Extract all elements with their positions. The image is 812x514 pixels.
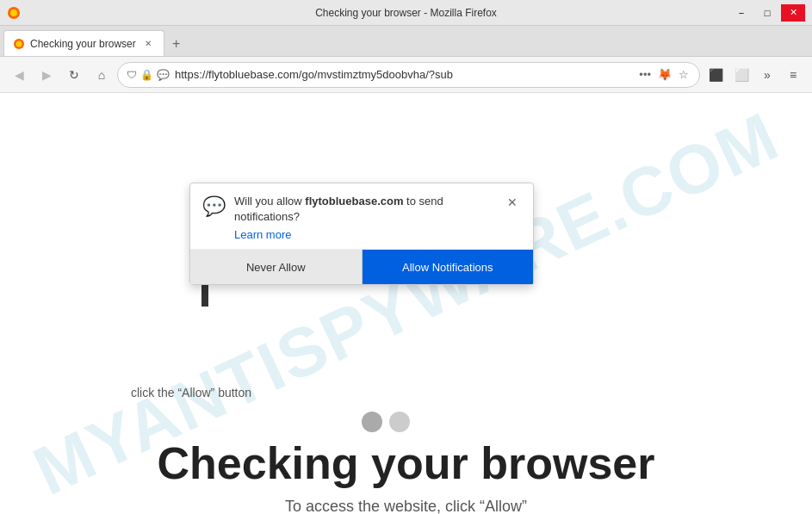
- tab-bar: Checking your browser ✕ +: [0, 26, 812, 57]
- overflow-button[interactable]: »: [755, 63, 779, 87]
- maximize-button[interactable]: □: [755, 4, 779, 22]
- firefox-logo-icon: [7, 6, 21, 20]
- sub-heading: To access the website, click “Allow”: [285, 498, 527, 514]
- sync-button[interactable]: ⬜: [729, 63, 753, 87]
- pocket-icon: 🦊: [656, 66, 673, 83]
- popup-message: Will you allow flytobluebase.com to send…: [234, 194, 495, 225]
- address-left-icons: 🛡 🔒 💬: [127, 69, 170, 81]
- popup-header: 💬 Will you allow flytobluebase.com to se…: [190, 183, 533, 250]
- nav-bar: ◀ ▶ ↻ ⌂ 🛡 🔒 💬 https://flytobluebase.com/…: [0, 57, 812, 93]
- new-tab-button[interactable]: +: [164, 32, 189, 56]
- bookmark-icon[interactable]: ☆: [677, 66, 691, 83]
- allow-notifications-button[interactable]: Allow Notifications: [363, 250, 534, 284]
- notification-icon: 💬: [157, 69, 170, 81]
- popup-message-prefix: Will you allow: [234, 195, 305, 207]
- click-instruction: click the “Allow” button: [131, 386, 251, 399]
- popup-learn-more-link[interactable]: Learn more: [234, 228, 291, 241]
- notification-popup: 💬 Will you allow flytobluebase.com to se…: [189, 183, 534, 285]
- forward-button[interactable]: ▶: [34, 63, 59, 87]
- window-controls: − □ ✕: [729, 4, 805, 22]
- dot-active: [362, 412, 382, 432]
- menu-button[interactable]: ≡: [781, 63, 805, 87]
- lock-icon: 🔒: [140, 69, 153, 81]
- tab-title: Checking your browser: [30, 38, 136, 50]
- minimize-button[interactable]: −: [729, 4, 753, 22]
- main-heading: Checking your browser: [158, 437, 655, 489]
- popup-message-icon: 💬: [202, 195, 226, 218]
- close-button[interactable]: ✕: [781, 4, 805, 22]
- never-allow-button[interactable]: Never Allow: [190, 250, 363, 284]
- back-button[interactable]: ◀: [7, 63, 31, 87]
- browser-tab[interactable]: Checking your browser ✕: [3, 30, 164, 56]
- url-text: https://flytobluebase.com/go/mvstimztmy5…: [175, 68, 632, 81]
- svg-point-3: [16, 40, 22, 46]
- library-button[interactable]: ⬛: [704, 63, 728, 87]
- more-icon[interactable]: •••: [637, 66, 653, 83]
- tab-close-button[interactable]: ✕: [141, 37, 155, 51]
- title-bar: Checking your browser - Mozilla Firefox …: [0, 0, 812, 26]
- popup-close-button[interactable]: ✕: [504, 194, 521, 211]
- dot-inactive: [389, 412, 410, 432]
- popup-text-area: Will you allow flytobluebase.com to send…: [234, 194, 495, 242]
- shield-icon: 🛡: [127, 69, 137, 81]
- popup-buttons: Never Allow Allow Notifications: [190, 250, 533, 284]
- reload-button[interactable]: ↻: [62, 63, 86, 87]
- svg-point-1: [10, 9, 17, 16]
- tab-favicon-icon: [13, 38, 25, 50]
- popup-domain: flytobluebase.com: [305, 195, 403, 207]
- home-button[interactable]: ⌂: [90, 63, 114, 87]
- toolbar-icons: ⬛ ⬜ » ≡: [704, 63, 805, 87]
- title-bar-left: [7, 6, 21, 20]
- browser-content: MYANTISPYWARE.COM 💬 Will you allow flyto…: [0, 93, 812, 514]
- toggle-dots: [362, 412, 410, 432]
- address-bar[interactable]: 🛡 🔒 💬 https://flytobluebase.com/go/mvsti…: [117, 62, 700, 88]
- address-right-icons: ••• 🦊 ☆: [637, 66, 691, 83]
- window-title: Checking your browser - Mozilla Firefox: [315, 7, 497, 19]
